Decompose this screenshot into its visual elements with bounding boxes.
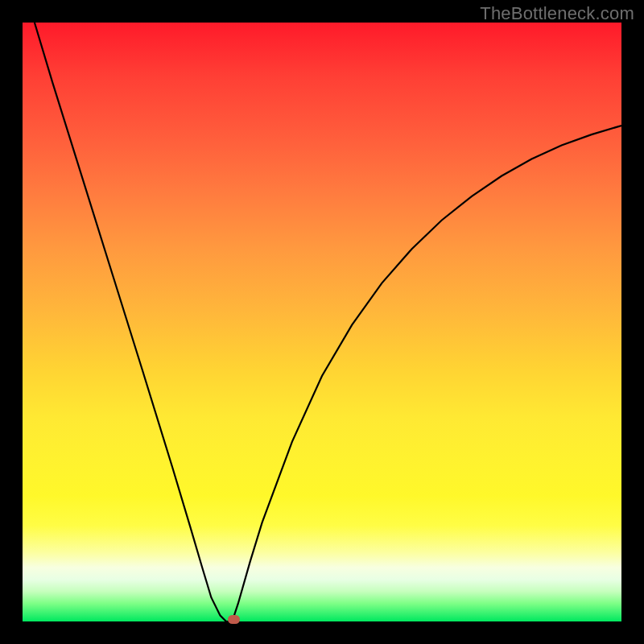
watermark-text: TheBottleneck.com	[480, 3, 634, 24]
chart-frame: TheBottleneck.com	[0, 0, 644, 644]
bottleneck-curve	[35, 23, 621, 621]
minimum-marker	[228, 615, 240, 624]
curve-layer	[23, 23, 621, 621]
